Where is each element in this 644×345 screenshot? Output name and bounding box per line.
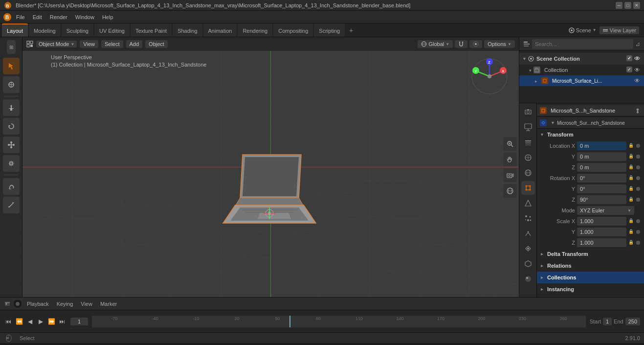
play-button[interactable]: ▶	[36, 317, 45, 326]
object-eye-icon[interactable]: 👁	[634, 77, 640, 84]
rotation-y-field[interactable]: 0°	[577, 184, 626, 193]
prop-icon-render[interactable]	[521, 105, 535, 119]
delta-transform-header[interactable]: ▸ Delta Transform	[537, 248, 644, 260]
maximize-button[interactable]: □	[624, 2, 631, 9]
playhead[interactable]	[289, 316, 290, 327]
scene-selector[interactable]: Scene ▼	[569, 27, 597, 33]
move-tool[interactable]	[3, 99, 20, 116]
start-frame-field[interactable]: 1	[603, 318, 612, 325]
rotation-z-lock-icon[interactable]: 🔒	[628, 197, 634, 203]
relations-header[interactable]: ▸ Relations	[537, 260, 644, 272]
pin-icon[interactable]	[634, 107, 641, 114]
proportional-editing[interactable]	[469, 40, 482, 48]
tab-modeling[interactable]: Modeling	[29, 23, 61, 37]
tab-sculpting[interactable]: Sculpting	[62, 23, 93, 37]
measure-tool[interactable]	[3, 197, 20, 213]
jump-start-button[interactable]: ⏮	[4, 317, 13, 326]
prop-icon-modifier[interactable]	[521, 196, 535, 210]
add-workspace-button[interactable]: +	[346, 23, 356, 37]
scale-y-lock-icon[interactable]: 🔒	[628, 229, 634, 235]
tab-rendering[interactable]: Rendering	[238, 23, 272, 37]
prop-icon-scene[interactable]	[521, 151, 535, 164]
object-item[interactable]: ▸ Microsoft_Surface_Li... 👁	[519, 75, 644, 86]
prev-keyframe-button[interactable]: ⏪	[15, 317, 23, 326]
prop-icon-particles[interactable]	[521, 211, 535, 225]
editor-type-selector[interactable]	[26, 41, 33, 47]
view-layer-selector[interactable]: View Layer	[600, 26, 639, 34]
playback-menu[interactable]: Playback	[24, 300, 51, 308]
tab-shading[interactable]: Shading	[173, 23, 202, 37]
walk-navigation-button[interactable]	[503, 153, 517, 166]
viewport[interactable]: Object Mode ▼ View Select Add Object Glo…	[22, 37, 519, 297]
current-frame-field[interactable]: 1	[70, 318, 88, 325]
rotate-tool[interactable]	[3, 118, 20, 135]
add-menu[interactable]: Add	[126, 40, 143, 48]
render-preview-button[interactable]	[503, 184, 517, 198]
jump-end-button[interactable]: ⏭	[58, 317, 67, 326]
editor-type-button[interactable]: ⊞	[7, 40, 16, 54]
location-z-field[interactable]: 0 m	[577, 163, 626, 172]
prop-icon-output[interactable]	[521, 120, 535, 134]
object-mode-selector[interactable]: Object Mode ▼	[36, 41, 77, 47]
tab-layout[interactable]: Layout	[2, 23, 28, 37]
outliner-search-input[interactable]	[532, 39, 633, 49]
record-button[interactable]	[14, 300, 22, 308]
tab-texture-paint[interactable]: Texture Paint	[131, 23, 172, 37]
tab-scripting[interactable]: Scripting	[314, 23, 345, 37]
prop-icon-object[interactable]	[521, 181, 535, 195]
scene-visibility-checkbox[interactable]: ✓	[626, 55, 632, 61]
minimize-button[interactable]: ─	[616, 2, 622, 9]
select-menu[interactable]: Select	[101, 40, 123, 48]
cursor-tool[interactable]	[3, 76, 20, 93]
location-y-field[interactable]: 0 m	[577, 152, 626, 161]
view-menu[interactable]: View	[80, 40, 98, 48]
transform-section-header[interactable]: ▾ Transform	[537, 129, 644, 140]
gizmo-widget[interactable]: Z X Y	[470, 57, 509, 96]
annotate-tool[interactable]	[3, 178, 20, 195]
location-x-lock-icon[interactable]: 🔒	[628, 143, 634, 149]
marker-menu[interactable]: Marker	[98, 300, 119, 308]
transform-tool[interactable]	[3, 155, 20, 172]
keying-menu[interactable]: Keying	[54, 300, 76, 308]
instancing-header[interactable]: ▸ Instancing	[537, 283, 644, 295]
collection-item[interactable]: ▾ Collection ✓ 👁	[519, 65, 644, 75]
menu-file[interactable]: File	[13, 13, 28, 21]
scale-x-field[interactable]: 1.000	[577, 217, 626, 226]
tab-uv-editing[interactable]: UV Editing	[94, 23, 130, 37]
location-z-lock-icon[interactable]: 🔒	[628, 164, 634, 170]
location-x-field[interactable]: 0 m	[577, 141, 626, 150]
outliner-filter-icon[interactable]: ⊿	[635, 41, 640, 47]
collections-header[interactable]: ▸ Collections	[537, 272, 644, 283]
timeline-track[interactable]: -70 -40 -10 20 50 80 110 140 170 200 230…	[92, 316, 586, 327]
tab-compositing[interactable]: Compositing	[273, 23, 313, 37]
scale-x-lock-icon[interactable]: 🔒	[628, 218, 634, 224]
data-block-dropdown-icon[interactable]: ▼	[551, 120, 555, 125]
options-dropdown[interactable]: Options ▼	[484, 40, 515, 48]
select-box-tool[interactable]	[3, 58, 20, 74]
scale-z-field[interactable]: 1.000	[577, 238, 626, 247]
menu-help[interactable]: Help	[99, 13, 117, 21]
close-button[interactable]: ✕	[633, 2, 640, 9]
scale-y-field[interactable]: 1.000	[577, 228, 626, 236]
prop-icon-view-layer[interactable]	[521, 136, 535, 149]
prop-icon-constraints[interactable]	[521, 242, 535, 255]
rotation-z-field[interactable]: 90°	[577, 195, 626, 204]
location-y-lock-icon[interactable]: 🔒	[628, 154, 634, 160]
object-menu[interactable]: Object	[145, 40, 168, 48]
rotation-x-lock-icon[interactable]: 🔒	[628, 175, 634, 181]
snap-toggle[interactable]	[455, 40, 467, 48]
collection-eye-icon[interactable]: 👁	[634, 67, 640, 73]
end-frame-field[interactable]: 250	[625, 318, 640, 325]
collection-checkbox[interactable]: ✓	[626, 67, 632, 72]
rotation-x-field[interactable]: 0°	[577, 174, 626, 183]
scene-eye-icon[interactable]: 👁	[634, 55, 640, 62]
prop-icon-physics[interactable]	[521, 227, 535, 240]
scale-tool[interactable]	[3, 137, 20, 153]
prop-icon-world[interactable]	[521, 166, 535, 180]
prop-icon-data[interactable]	[521, 257, 535, 271]
rotation-mode-field[interactable]: XYZ Euler ▼	[577, 206, 634, 215]
rotation-y-lock-icon[interactable]: 🔒	[628, 186, 634, 192]
menu-render[interactable]: Render	[46, 13, 71, 21]
zoom-to-fit-button[interactable]	[503, 137, 517, 151]
menu-edit[interactable]: Edit	[29, 13, 45, 21]
